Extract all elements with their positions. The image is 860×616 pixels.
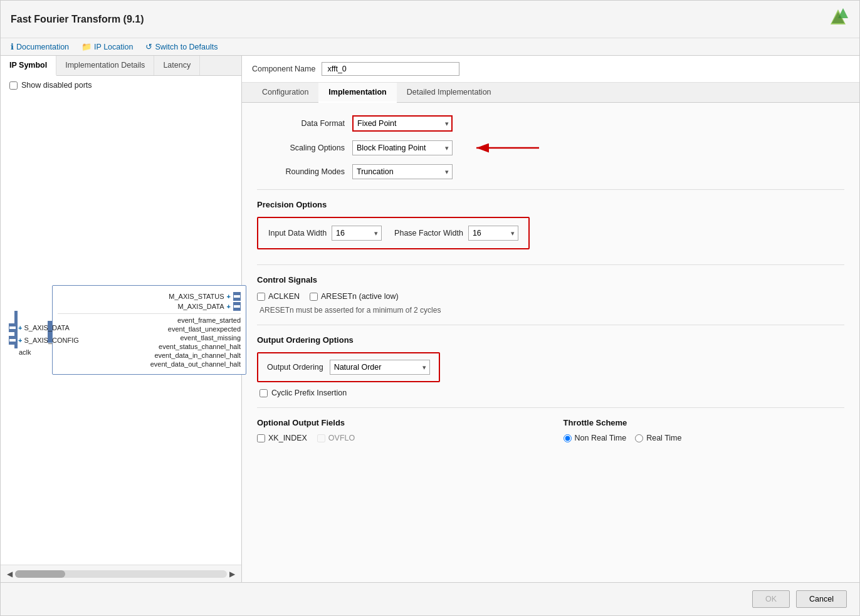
red-arrow-svg xyxy=(470,138,545,157)
left-panel: IP Symbol Implementation Details Latency… xyxy=(1,56,242,582)
ovflo-label: OVFLO xyxy=(328,434,355,442)
show-disabled-row: Show disabled ports xyxy=(1,76,241,95)
data-format-label: Data Format xyxy=(257,119,345,128)
component-name-row: Component Name xyxy=(242,56,859,83)
non-real-time-item: Non Real Time xyxy=(564,434,627,442)
input-data-width-select[interactable]: 8 16 24 32 xyxy=(332,226,382,241)
scroll-left-arrow[interactable]: ◀ xyxy=(4,570,15,578)
right-panel: Component Name Configuration Implementat… xyxy=(242,56,859,582)
real-time-radio[interactable] xyxy=(635,434,643,442)
optional-output-title: Optional Output Fields xyxy=(257,418,538,427)
bus-icon-status xyxy=(233,292,241,301)
cancel-button[interactable]: Cancel xyxy=(796,590,847,608)
logo xyxy=(827,7,849,31)
switch-to-defaults-button[interactable]: ↺ Switch to Defaults xyxy=(145,42,218,51)
control-signals-title: Control Signals xyxy=(257,275,844,285)
scaling-options-row: Scaling Options Block Floating Point Sca… xyxy=(257,140,844,155)
event-data-out-channel-halt: event_data_out_channel_halt xyxy=(58,360,241,368)
aresetn-item: ARESETn (active low) xyxy=(310,292,399,301)
precision-options-box: Input Data Width 8 16 24 32 Phase Factor… xyxy=(257,217,530,249)
output-ordering-box-wrap: Output Ordering Natural Order Bit Revers… xyxy=(257,352,844,389)
phase-factor-width-select[interactable]: 8 16 24 32 xyxy=(468,226,518,241)
ip-location-label: IP Location xyxy=(94,43,133,51)
xk-index-label: XK_INDEX xyxy=(268,434,307,442)
rounding-modes-select[interactable]: Truncation Convergent Rounding xyxy=(352,164,453,179)
real-time-label: Real Time xyxy=(646,434,681,442)
tab-ip-symbol[interactable]: IP Symbol xyxy=(1,56,56,76)
port-s-axis-data-left: + S_AXIS_DATA xyxy=(9,323,79,332)
scroll-right-arrow[interactable]: ▶ xyxy=(227,570,238,578)
bus-icon-s-axis-data xyxy=(9,323,16,332)
tab-detailed-implementation[interactable]: Detailed Implementation xyxy=(397,83,501,103)
tab-implementation[interactable]: Implementation xyxy=(318,83,396,103)
control-signals-row: ACLKEN ARESETn (active low) xyxy=(257,292,844,301)
ovflo-item: OVFLO xyxy=(317,434,355,442)
switch-to-defaults-label: Switch to Defaults xyxy=(155,43,218,51)
left-tabs: IP Symbol Implementation Details Latency xyxy=(1,56,241,76)
ip-location-button[interactable]: 📁 IP Location xyxy=(81,42,133,51)
tab-latency[interactable]: Latency xyxy=(154,56,200,75)
tab-configuration[interactable]: Configuration xyxy=(252,83,318,103)
event-data-in-channel-halt: event_data_in_channel_halt xyxy=(58,352,241,359)
aresetn-note: ARESETn must be asserted for a minimum o… xyxy=(260,306,844,315)
main-window: Fast Fourier Transform (9.1) ℹ Documenta… xyxy=(0,0,860,616)
window-title: Fast Fourier Transform (9.1) xyxy=(11,14,144,25)
ok-button[interactable]: OK xyxy=(752,590,790,608)
rounding-modes-row: Rounding Modes Truncation Convergent Rou… xyxy=(257,164,844,179)
divider-2 xyxy=(257,264,844,265)
event-status-channel-halt: event_status_channel_halt xyxy=(58,343,241,350)
scaling-options-label: Scaling Options xyxy=(257,144,345,152)
cyclic-prefix-checkbox[interactable] xyxy=(260,389,268,397)
phase-factor-width-field: Phase Factor Width 8 16 24 32 xyxy=(394,226,518,241)
output-ordering-box: Output Ordering Natural Order Bit Revers… xyxy=(257,352,440,382)
optional-output-section: Optional Output Fields XK_INDEX OVFLO xyxy=(257,418,538,447)
tab-implementation-details[interactable]: Implementation Details xyxy=(56,56,154,75)
symbol-canvas: M_AXIS_STATUS + M_AXIS_DATA + xyxy=(1,95,241,565)
form-content: Data Format Fixed Point Floating Point S… xyxy=(242,103,859,582)
phase-factor-width-select-wrapper: 8 16 24 32 xyxy=(468,226,518,241)
input-data-width-label: Input Data Width xyxy=(268,229,327,238)
output-ordering-select[interactable]: Natural Order Bit Reversed Order xyxy=(330,360,430,375)
ovflo-checkbox xyxy=(317,434,325,442)
input-data-width-select-wrapper: 8 16 24 32 xyxy=(332,226,382,241)
data-format-row: Data Format Fixed Point Floating Point xyxy=(257,115,844,132)
aresetn-label: ARESETn (active low) xyxy=(321,292,399,301)
cyclic-prefix-label: Cyclic Prefix Insertion xyxy=(271,389,347,397)
two-col-section: Optional Output Fields XK_INDEX OVFLO xyxy=(257,418,844,447)
documentation-label: Documentation xyxy=(16,43,69,51)
real-time-item: Real Time xyxy=(635,434,681,442)
throttle-scheme-title: Throttle Scheme xyxy=(564,418,845,427)
component-name-input[interactable] xyxy=(322,62,459,76)
bus-icon-s-axis-config xyxy=(9,336,16,345)
optional-output-row: XK_INDEX OVFLO xyxy=(257,434,538,442)
output-ordering-select-wrapper: Natural Order Bit Reversed Order xyxy=(330,360,430,375)
aresetn-checkbox[interactable] xyxy=(310,293,318,301)
scroll-track[interactable] xyxy=(15,570,227,578)
rounding-modes-select-wrapper: Truncation Convergent Rounding xyxy=(352,164,453,179)
left-scroll-area: ◀ ▶ xyxy=(1,565,241,582)
red-arrow-container xyxy=(470,138,545,157)
event-tlast-missing: event_tlast_missing xyxy=(58,334,241,342)
input-data-width-field: Input Data Width 8 16 24 32 xyxy=(268,226,382,241)
bus-icon-data xyxy=(233,302,241,311)
scroll-thumb xyxy=(15,570,65,578)
scaling-options-select-wrapper: Block Floating Point Scaled Unscaled xyxy=(352,140,453,155)
data-format-select[interactable]: Fixed Point Floating Point xyxy=(352,115,453,132)
non-real-time-label: Non Real Time xyxy=(575,434,627,442)
scaling-options-select[interactable]: Block Floating Point Scaled Unscaled xyxy=(352,140,453,155)
non-real-time-radio[interactable] xyxy=(564,434,572,442)
port-aclk-left: aclk xyxy=(19,348,79,356)
documentation-button[interactable]: ℹ Documentation xyxy=(11,42,69,51)
cyclic-prefix-row: Cyclic Prefix Insertion xyxy=(260,389,844,397)
precision-options-title: Precision Options xyxy=(257,200,844,209)
phase-factor-width-label: Phase Factor Width xyxy=(394,229,463,238)
aclken-label: ACLKEN xyxy=(268,292,300,301)
aclken-checkbox[interactable] xyxy=(257,293,265,301)
xk-index-checkbox[interactable] xyxy=(257,434,265,442)
component-name-label: Component Name xyxy=(252,65,315,73)
output-ordering-title: Output Ordering Options xyxy=(257,335,844,345)
throttle-scheme-row: Non Real Time Real Time xyxy=(564,434,845,442)
ip-symbol-diagram: M_AXIS_STATUS + M_AXIS_DATA + xyxy=(52,285,246,375)
show-disabled-checkbox[interactable] xyxy=(9,81,18,90)
info-icon: ℹ xyxy=(11,42,14,51)
